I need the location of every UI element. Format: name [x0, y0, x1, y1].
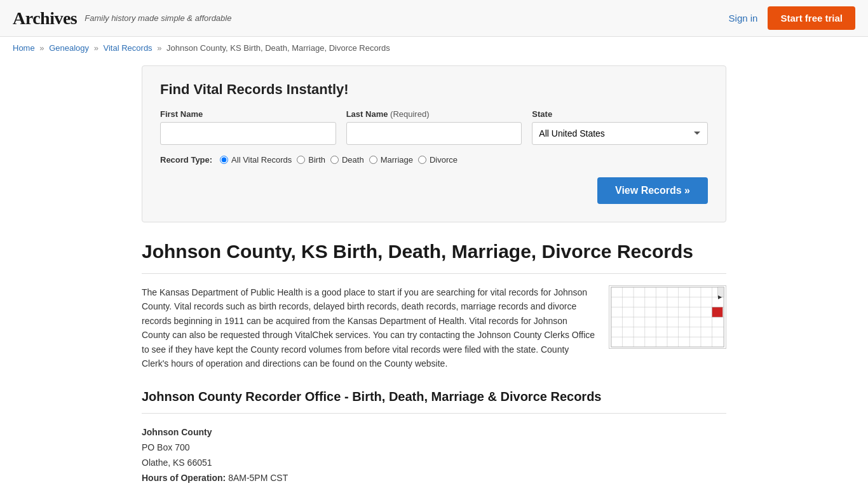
breadcrumb-sep2: »	[94, 43, 98, 53]
radio-divorce-label: Divorce	[430, 155, 458, 165]
radio-divorce-input[interactable]	[418, 156, 426, 164]
header-right: Sign in Start free trial	[729, 6, 855, 30]
site-tagline: Family history made simple & affordable	[85, 13, 231, 23]
lastname-input[interactable]	[346, 122, 522, 145]
state-select[interactable]: All United States	[532, 122, 708, 145]
title-divider	[142, 273, 726, 274]
header-left: Archives Family history made simple & af…	[13, 8, 231, 29]
page-title: Johnson County, KS Birth, Death, Marriag…	[142, 240, 726, 263]
site-logo: Archives	[13, 8, 77, 29]
breadcrumb-sep1: »	[39, 43, 44, 53]
radio-death-label: Death	[342, 155, 364, 165]
hours-label: Hours of Operation:	[142, 473, 226, 483]
state-label: State	[532, 109, 708, 119]
office-address1: PO Box 700	[142, 440, 726, 456]
radio-death-input[interactable]	[330, 156, 339, 164]
radio-death[interactable]: Death	[330, 155, 364, 165]
radio-divorce[interactable]: Divorce	[418, 155, 458, 165]
record-type-row: Record Type: All Vital Records Birth Dea…	[160, 155, 708, 165]
record-type-label: Record Type:	[160, 155, 212, 165]
radio-all-vital[interactable]: All Vital Records	[220, 155, 292, 165]
radio-all-vital-input[interactable]	[220, 156, 228, 164]
breadcrumb-vital-records[interactable]: Vital Records	[104, 43, 153, 53]
office-info: Johnson County PO Box 700 Olathe, KS 660…	[142, 425, 726, 488]
kansas-map: ▶	[609, 285, 726, 349]
radio-marriage[interactable]: Marriage	[369, 155, 413, 165]
hours-value: 8AM-5PM CST	[228, 473, 288, 483]
section-divider	[142, 413, 726, 414]
radio-birth[interactable]: Birth	[297, 155, 325, 165]
lastname-label: Last Name (Required)	[346, 109, 522, 119]
breadcrumb-genealogy[interactable]: Genealogy	[49, 43, 89, 53]
radio-marriage-label: Marriage	[381, 155, 413, 165]
site-header: Archives Family history made simple & af…	[0, 0, 868, 37]
lastname-group: Last Name (Required)	[346, 109, 522, 145]
svg-rect-15	[712, 307, 723, 317]
firstname-label: First Name	[160, 109, 336, 119]
form-row: First Name Last Name (Required) State Al…	[160, 109, 708, 145]
radio-marriage-input[interactable]	[369, 156, 377, 164]
content-with-map: The Kansas Department of Public Health i…	[142, 285, 726, 370]
firstname-group: First Name	[160, 109, 336, 145]
breadcrumb-current: Johnson County, KS Birth, Death, Marriag…	[166, 43, 390, 53]
section-heading: Johnson County Recorder Office - Birth, …	[142, 390, 726, 404]
sign-in-link[interactable]: Sign in	[729, 13, 758, 24]
main-content: Find Vital Records Instantly! First Name…	[129, 59, 739, 488]
search-box: Find Vital Records Instantly! First Name…	[142, 65, 726, 222]
radio-birth-input[interactable]	[297, 156, 305, 164]
start-trial-button[interactable]: Start free trial	[768, 6, 855, 30]
breadcrumb-sep3: »	[157, 43, 161, 53]
office-address2: Olathe, KS 66051	[142, 456, 726, 471]
radio-all-vital-label: All Vital Records	[231, 155, 292, 165]
search-title: Find Vital Records Instantly!	[160, 81, 708, 98]
view-records-button[interactable]: View Records »	[597, 177, 708, 204]
breadcrumb: Home » Genealogy » Vital Records » Johns…	[0, 37, 868, 59]
lastname-required: (Required)	[390, 109, 429, 119]
breadcrumb-home[interactable]: Home	[13, 43, 35, 53]
firstname-input[interactable]	[160, 122, 336, 145]
office-name: Johnson County	[142, 427, 212, 437]
radio-birth-label: Birth	[308, 155, 325, 165]
page-description: The Kansas Department of Public Health i…	[142, 285, 596, 370]
svg-text:▶: ▶	[718, 294, 722, 300]
state-group: State All United States	[532, 109, 708, 145]
